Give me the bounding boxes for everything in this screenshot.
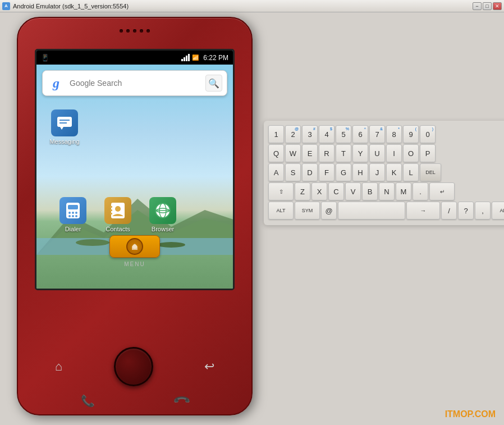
key-u[interactable]: U <box>369 144 385 162</box>
key-1[interactable]: 1 <box>268 125 284 143</box>
trackball[interactable] <box>114 347 153 386</box>
speaker-dot <box>120 29 123 33</box>
browser-app[interactable]: Browser <box>143 197 182 232</box>
key-shift[interactable]: ⇧ <box>268 182 294 200</box>
key-o[interactable]: O <box>403 144 419 162</box>
key-f[interactable]: F <box>319 163 335 181</box>
key-g[interactable]: G <box>336 163 351 181</box>
close-button[interactable]: ✕ <box>493 2 502 10</box>
key-h[interactable]: H <box>352 163 368 181</box>
key-question[interactable]: ? <box>458 202 474 220</box>
key-right-arrow[interactable]: → <box>406 202 440 220</box>
home-nav-button[interactable]: ⌂ <box>55 359 62 374</box>
key-5[interactable]: %5 <box>336 125 351 143</box>
search-input[interactable] <box>70 79 205 88</box>
key-label: . <box>419 188 421 196</box>
keyboard-row-qwerty: Q W E R T Y U I O P <box>268 144 504 162</box>
maximize-button[interactable]: □ <box>483 2 492 10</box>
key-alt: # <box>313 127 315 131</box>
key-b[interactable]: B <box>362 182 378 200</box>
key-del[interactable]: DEL <box>420 163 441 181</box>
key-alt: $ <box>330 127 332 131</box>
key-c[interactable]: C <box>328 182 344 200</box>
messaging-icon-container[interactable]: Messaging <box>45 109 84 145</box>
google-logo: g <box>47 74 65 92</box>
dialer-icon <box>59 197 86 224</box>
window-controls: − □ ✕ <box>473 2 502 10</box>
key-label: 0 <box>425 130 429 139</box>
key-w[interactable]: W <box>285 144 301 162</box>
svg-point-18 <box>115 206 121 212</box>
key-8[interactable]: *8 <box>386 125 402 143</box>
key-k[interactable]: K <box>386 163 402 181</box>
key-label: P <box>425 149 430 158</box>
search-icon: 🔍 <box>208 78 219 89</box>
key-comma[interactable]: , <box>475 202 491 220</box>
key-enter[interactable]: ↵ <box>429 182 455 200</box>
key-v[interactable]: V <box>345 182 361 200</box>
key-0[interactable]: )0 <box>420 125 436 143</box>
key-label: 7 <box>375 130 379 139</box>
key-d[interactable]: D <box>302 163 318 181</box>
key-r[interactable]: R <box>319 144 335 162</box>
key-n[interactable]: N <box>379 182 395 200</box>
dialer-label: Dialer <box>65 226 81 232</box>
key-label: 9 <box>409 130 413 139</box>
messaging-icon <box>51 109 78 136</box>
key-e[interactable]: E <box>302 144 318 162</box>
key-alt: & <box>380 127 383 131</box>
key-4[interactable]: $4 <box>319 125 335 143</box>
key-label: → <box>420 207 427 214</box>
key-p[interactable]: P <box>420 144 436 162</box>
key-7[interactable]: &7 <box>369 125 385 143</box>
key-9[interactable]: (9 <box>403 125 419 143</box>
key-6[interactable]: ^6 <box>352 125 368 143</box>
key-space[interactable] <box>338 202 405 220</box>
messaging-app[interactable]: Messaging <box>45 109 84 145</box>
key-alt-right[interactable]: ALT <box>492 202 504 220</box>
key-t[interactable]: T <box>336 144 351 162</box>
key-3[interactable]: #3 <box>302 125 318 143</box>
key-alt: ( <box>415 127 416 131</box>
key-label: 5 <box>341 130 345 139</box>
key-l[interactable]: L <box>403 163 419 181</box>
key-y[interactable]: Y <box>352 144 368 162</box>
key-label: / <box>448 207 450 215</box>
key-sym[interactable]: SYM <box>295 202 320 220</box>
key-q[interactable]: Q <box>268 144 284 162</box>
key-a[interactable]: A <box>268 163 284 181</box>
status-left: 📱 <box>41 54 49 62</box>
key-i[interactable]: I <box>386 144 402 162</box>
key-2[interactable]: @2 <box>285 125 301 143</box>
speaker-dot <box>146 29 150 33</box>
svg-point-16 <box>75 215 77 217</box>
contacts-app[interactable]: Contacts <box>98 197 138 232</box>
key-m[interactable]: M <box>396 182 411 200</box>
dialer-app[interactable]: Dialer <box>53 197 93 232</box>
key-label: ALT <box>277 208 286 213</box>
key-label: A <box>274 168 279 177</box>
phone-emulator: 📱 📶 6:22 PM <box>17 17 253 415</box>
key-at[interactable]: @ <box>321 202 337 220</box>
key-z[interactable]: Z <box>295 182 310 200</box>
key-label: R <box>324 149 329 158</box>
home-button-bar[interactable] <box>109 235 160 258</box>
key-label: , <box>482 207 484 215</box>
key-label: @ <box>325 207 332 215</box>
key-period[interactable]: . <box>413 182 428 200</box>
home-icon <box>126 238 143 255</box>
search-button[interactable]: 🔍 <box>205 75 222 92</box>
key-label: K <box>392 168 397 177</box>
end-call-button[interactable]: 📞 <box>172 391 192 411</box>
back-nav-button[interactable]: ↩ <box>204 359 214 374</box>
key-s[interactable]: S <box>285 163 301 181</box>
key-label: SYM <box>302 208 313 213</box>
key-label: Q <box>273 149 279 158</box>
key-alt-left[interactable]: ALT <box>268 202 294 220</box>
key-x[interactable]: X <box>311 182 327 200</box>
minimize-button[interactable]: − <box>473 2 482 10</box>
key-j[interactable]: J <box>369 163 385 181</box>
search-bar[interactable]: g 🔍 <box>42 70 227 96</box>
call-button[interactable]: 📞 <box>81 394 95 408</box>
key-slash[interactable]: / <box>441 202 457 220</box>
